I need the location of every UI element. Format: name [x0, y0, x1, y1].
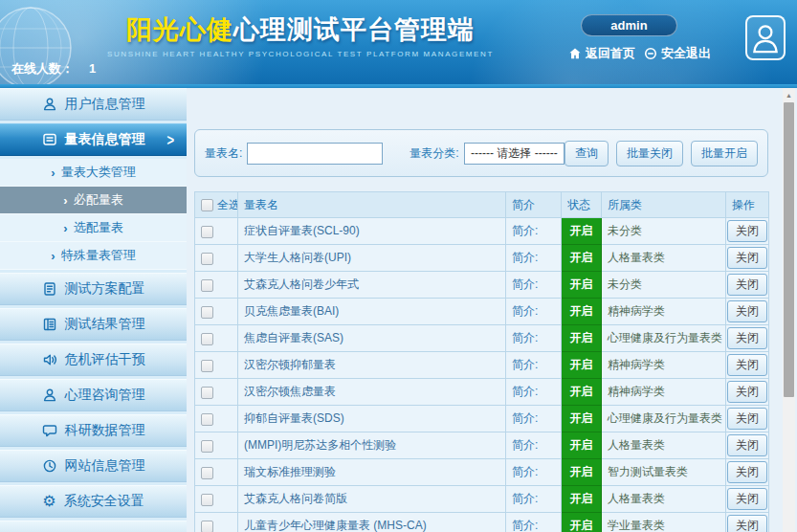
category-cell: 学业量表类	[602, 513, 726, 532]
avatar[interactable]	[745, 15, 786, 60]
brand-name: 阳光心健	[126, 15, 233, 44]
scale-category-select[interactable]: ------ 请选择 ------	[464, 143, 565, 165]
row-checkbox[interactable]	[201, 521, 213, 532]
row-checkbox[interactable]	[201, 360, 213, 372]
sidebar-submenu: ›量表大类管理›必配量表›选配量表›特殊量表管理	[0, 159, 187, 270]
close-button[interactable]: 关闭	[727, 247, 767, 269]
action-cell: 关闭	[726, 459, 769, 486]
action-cell: 关闭	[726, 299, 769, 325]
select-all-checkbox[interactable]	[201, 199, 213, 211]
row-checkbox[interactable]	[201, 253, 213, 265]
row-checkbox[interactable]	[201, 226, 213, 238]
scale-name-cell: 焦虑自评量表(SAS)	[238, 325, 506, 352]
sidebar-subitem[interactable]: ›必配量表	[0, 187, 187, 214]
form-icon	[42, 132, 57, 147]
category-cell: 精神病学类	[602, 299, 726, 325]
sidebar-item[interactable]: 量表信息管理>	[0, 123, 187, 156]
sidebar-item[interactable]: 心理咨询管理	[0, 379, 187, 411]
home-icon	[568, 47, 582, 60]
sidebar-item[interactable]: 用户信息管理	[0, 88, 187, 121]
sidebar-item[interactable]: 测试方案配置	[0, 273, 187, 305]
row-checkbox[interactable]	[201, 413, 213, 426]
sidebar-subitem[interactable]: ›特殊量表管理	[0, 242, 187, 270]
intro-cell: 简介:	[506, 272, 562, 299]
logout-link[interactable]: 安全退出	[644, 45, 711, 62]
sidebar-item-partial	[0, 521, 187, 532]
table-row: 汉密尔顿抑郁量表简介:开启精神病学类关闭	[195, 352, 769, 379]
scale-name-input[interactable]	[247, 143, 383, 165]
close-button[interactable]: 关闭	[727, 434, 767, 456]
status-badge: 开启	[562, 325, 602, 352]
close-button[interactable]: 关闭	[727, 381, 767, 403]
scale-name-cell: 儿童青少年心理健康量表 (MHS-CA)	[238, 513, 506, 532]
row-checkbox[interactable]	[201, 333, 213, 345]
status-badge: 开启	[562, 406, 602, 432]
category-cell: 精神病学类	[602, 352, 726, 379]
status-badge: 开启	[562, 379, 602, 406]
person-icon	[751, 21, 780, 55]
intro-cell: 简介:	[506, 325, 562, 352]
row-checkbox[interactable]	[201, 279, 213, 292]
table-row: 抑郁自评量表(SDS)简介:开启心理健康及行为量表类关闭	[195, 406, 769, 432]
scroll-up-icon[interactable]: ▲	[783, 88, 795, 101]
username-button[interactable]: admin	[581, 14, 677, 36]
row-select-cell	[195, 432, 238, 459]
row-checkbox[interactable]	[201, 306, 213, 319]
sidebar-item-label: 量表信息管理	[65, 131, 145, 148]
scrollbar-thumb[interactable]	[784, 102, 794, 397]
vertical-scrollbar[interactable]: ▲	[783, 88, 795, 532]
sidebar-item[interactable]: 危机评估干预	[0, 344, 187, 376]
status-badge: 开启	[562, 513, 602, 532]
chat-icon	[42, 423, 57, 438]
report-icon	[42, 317, 57, 332]
sidebar-item[interactable]: 科研数据管理	[0, 414, 187, 447]
scale-name-label: 量表名:	[205, 145, 242, 162]
row-checkbox[interactable]	[201, 440, 213, 453]
close-button[interactable]: 关闭	[727, 354, 767, 376]
scale-name-cell: 艾森克人格问卷少年式	[238, 272, 506, 299]
sidebar-item-label: 危机评估干预	[65, 351, 145, 368]
sidebar-item[interactable]: 网站信息管理	[0, 450, 187, 482]
status-badge: 开启	[562, 486, 602, 513]
row-checkbox[interactable]	[201, 467, 213, 479]
row-select-cell	[195, 513, 238, 532]
close-button[interactable]: 关闭	[727, 488, 767, 510]
batch-open-button[interactable]: 批量开启	[691, 141, 758, 166]
col-action: 操作	[726, 192, 769, 218]
close-button[interactable]: 关闭	[727, 515, 767, 532]
category-cell: 人格量表类	[602, 486, 726, 513]
sidebar-subitem-label: 选配量表	[74, 219, 123, 236]
sidebar-subitem[interactable]: ›量表大类管理	[0, 159, 187, 187]
row-select-cell	[195, 486, 238, 513]
scale-name-cell: 症状自评量表(SCL-90)	[238, 218, 506, 245]
category-cell: 人格量表类	[602, 245, 726, 272]
close-button[interactable]: 关闭	[727, 300, 767, 322]
intro-cell: 简介:	[506, 486, 562, 513]
sidebar-item-label: 心理咨询管理	[65, 387, 145, 404]
close-button[interactable]: 关闭	[727, 461, 767, 483]
col-scale-name: 量表名	[238, 192, 506, 218]
action-cell: 关闭	[726, 352, 769, 379]
alert-speaker-icon	[42, 352, 57, 367]
close-button[interactable]: 关闭	[727, 274, 767, 296]
close-button[interactable]: 关闭	[727, 220, 767, 242]
close-button[interactable]: 关闭	[727, 327, 767, 349]
sidebar-subitem[interactable]: ›选配量表	[0, 214, 187, 242]
row-checkbox[interactable]	[201, 494, 213, 506]
sidebar-item[interactable]: 测试结果管理	[0, 308, 187, 341]
status-badge: 开启	[562, 352, 602, 379]
intro-cell: 简介:	[506, 513, 562, 532]
sidebar-item-label: 测试方案配置	[65, 280, 145, 298]
close-button[interactable]: 关闭	[727, 408, 767, 430]
back-home-link[interactable]: 返回首页	[568, 45, 635, 62]
sub-arrow-icon: ›	[63, 193, 67, 208]
sidebar-item[interactable]: ⚙系统安全设置	[0, 485, 187, 518]
batch-close-button[interactable]: 批量关闭	[616, 141, 683, 166]
sidebar-item-label: 测试结果管理	[65, 316, 145, 333]
status-badge: 开启	[562, 299, 602, 325]
query-button[interactable]: 查询	[565, 141, 609, 166]
row-select-cell	[195, 299, 238, 325]
sub-arrow-icon: ›	[51, 166, 55, 180]
row-checkbox[interactable]	[201, 387, 213, 399]
intro-cell: 简介:	[506, 299, 562, 325]
